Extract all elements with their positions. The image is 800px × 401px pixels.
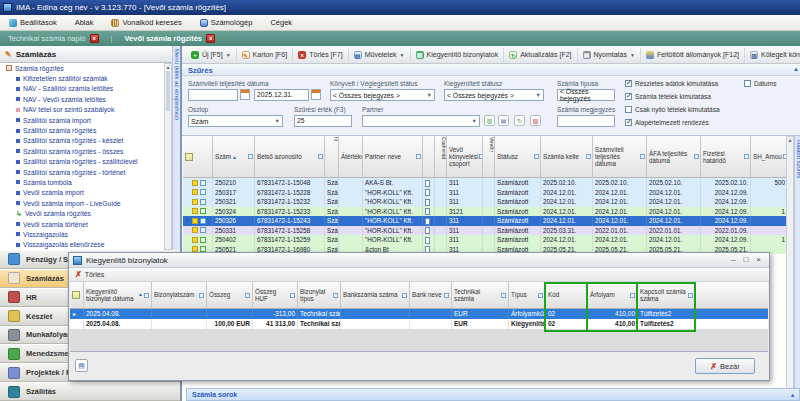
dialog-column-header-8[interactable]: Technikai számla xyxy=(452,282,509,309)
calendar-icon[interactable] xyxy=(240,89,250,100)
grid-column-header-11[interactable]: Számla kelte xyxy=(541,136,593,178)
grid-column-header-10[interactable]: Státusz xyxy=(495,136,541,178)
dialog-column-header-10[interactable]: Kód xyxy=(546,282,588,309)
tab-1[interactable]: Vevői számla rögzítésx xyxy=(117,31,224,46)
filter-checkbox-2[interactable]: Csak nyitó tételek kimutatása xyxy=(625,106,720,113)
tree-item-14[interactable]: Vevői számla történet xyxy=(0,219,164,229)
menu-item-2[interactable]: Vonalkód keresés xyxy=(102,15,190,30)
tab-0[interactable]: Technikai számla naplóx xyxy=(0,31,107,46)
menu-item-3[interactable]: Számológép xyxy=(191,15,262,30)
date-from-input[interactable] xyxy=(188,89,238,101)
dialog-column-header-9[interactable]: Típus xyxy=(509,282,546,309)
date-filter-checkbox[interactable]: Dátums xyxy=(744,80,776,87)
column-filter-icon[interactable] xyxy=(245,293,250,298)
menu-item-4[interactable]: Cégek xyxy=(261,15,301,30)
column-filter-icon[interactable] xyxy=(640,154,645,159)
dialog-title-bar[interactable]: Kiegyenlítő bizonylatok – □ × xyxy=(69,253,769,268)
column-filter-icon[interactable] xyxy=(290,293,295,298)
column-filter-icon[interactable] xyxy=(144,293,149,298)
minimize-button[interactable]: – xyxy=(731,254,735,266)
tree-item-2[interactable]: NAV - Vevői számla letöltés xyxy=(0,94,164,104)
tree-item-12[interactable]: Vevői számla import - LiveGuide xyxy=(0,198,164,208)
toolbar-button-0[interactable]: +Új [F5]▼ xyxy=(186,48,237,62)
grid-column-header-13[interactable]: ÁFA teljesítés dátuma xyxy=(647,136,701,178)
dialog-column-header-5[interactable]: Bizonylat típus xyxy=(298,282,341,309)
tree-item-8[interactable]: Szállítói számla rögzítés - szállítólevé… xyxy=(0,157,164,167)
tree-item-1[interactable]: NAV - Szállítói számla letöltés xyxy=(0,84,164,94)
column-filter-icon[interactable] xyxy=(534,154,539,159)
grid-row-5[interactable]: 25033167831472-1-15258Szá"HOR-KOLL" Kft.… xyxy=(183,226,786,236)
partner-clear-button[interactable]: ▧ xyxy=(530,115,541,126)
filter-checkbox-1[interactable]: Számla tételek kimutatása xyxy=(625,93,711,100)
partner-refresh-button[interactable]: ↻ xyxy=(514,115,525,126)
toolbar-button-2[interactable]: xTörlés [F7] xyxy=(293,48,348,62)
column-select[interactable]: Szám▼ xyxy=(188,115,283,127)
column-filter-icon[interactable] xyxy=(416,154,421,159)
grid-column-header-2[interactable]: Belső azonosító xyxy=(255,136,325,178)
toolbar-button-5[interactable]: ↻Aktualizálás [F2] xyxy=(504,48,577,62)
filter-checkbox-0[interactable]: Részletes adatok kimutatása xyxy=(625,80,718,87)
grid-scrollbar[interactable]: ▲ xyxy=(786,136,794,401)
advanced-filter-strip[interactable]: Haladó szűrés xyxy=(794,136,800,401)
booked-status-select[interactable]: < Összes bejegyzés >▼ xyxy=(330,89,435,101)
grid-column-header-1[interactable]: Szám▲ xyxy=(213,136,255,178)
toolbar-button-7[interactable]: Feltöltött állományok [F12] xyxy=(641,48,745,62)
filter-checkbox-3[interactable]: Alapértelmezett rendezés xyxy=(625,119,709,126)
filter-value-input[interactable]: 25 xyxy=(294,115,352,127)
tree-item-13[interactable]: ↳Vevői számla rögzítés xyxy=(0,208,164,218)
grid-row-2[interactable]: 25032167831472-1-15232Szá"HOR-KOLL" Kft.… xyxy=(183,197,786,207)
dialog-export-button[interactable]: ▤ xyxy=(75,359,88,372)
dialog-close-button[interactable]: ✗ Bezár xyxy=(695,358,755,374)
dialog-column-header-6[interactable]: Bankszámla száma xyxy=(341,282,410,309)
tree-item-15[interactable]: Visszaigazolás xyxy=(0,229,164,239)
dialog-delete-button[interactable]: Törlés xyxy=(85,271,104,278)
tab-close-icon[interactable]: x xyxy=(90,34,99,43)
dropdown-caret-icon[interactable]: ▼ xyxy=(630,52,635,58)
nav-panel-7[interactable]: Szállítás xyxy=(0,382,180,401)
dialog-grid-row-1[interactable]: 2025.04.08.100,00 EUR41 313,00Technikai … xyxy=(70,319,768,329)
invoice-lines-panel[interactable]: Számla sorok ▴ xyxy=(186,388,800,401)
menu-item-1[interactable]: Ablak xyxy=(66,15,103,30)
grid-column-header-9[interactable]: Vevőir xyxy=(483,136,495,178)
partner-card-button[interactable]: ▤ xyxy=(498,115,509,126)
grid-row-1[interactable]: 25031767831472-1-15228Szá"HOR-KOLL" Kft.… xyxy=(183,188,786,198)
dialog-column-header-4[interactable]: Összeg HUF xyxy=(253,282,298,309)
grid-column-header-6[interactable] xyxy=(423,136,435,178)
tree-item-11[interactable]: Vevői számla import xyxy=(0,188,164,198)
grid-row-4[interactable]: ►25032667831472-1-15243Szá"HOR-KOLL" Kft… xyxy=(183,216,786,226)
grid-menu-icon[interactable] xyxy=(72,291,80,299)
toolbar-button-8[interactable]: ▥Kötegelt könyvelés xyxy=(745,48,800,62)
dialog-column-header-7[interactable]: Bank neve xyxy=(410,282,452,309)
column-filter-icon[interactable] xyxy=(694,154,699,159)
settled-status-select[interactable]: < Összes bejegyzés >▼ xyxy=(444,89,544,101)
partner-select[interactable]: ▼ xyxy=(362,115,480,127)
grid-column-header-3[interactable]: til xyxy=(325,136,339,178)
grid-column-header-8[interactable]: Vevő könyvelési csoport xyxy=(447,136,483,178)
dialog-column-header-11[interactable]: Árfolyam xyxy=(588,282,638,309)
dropdown-caret-icon[interactable]: ▼ xyxy=(226,52,231,58)
grid-column-header-7[interactable]: Cadrenld xyxy=(435,136,447,178)
tree-item-10[interactable]: Számla tombola xyxy=(0,177,164,187)
tree-item-6[interactable]: Szállítói számla rögzítés - készlet xyxy=(0,136,164,146)
partner-add-button[interactable]: ▥ xyxy=(484,115,495,126)
tree-item-0[interactable]: Kifizetetlen szállítói számlák xyxy=(0,73,164,83)
filter-collapse-icon[interactable]: ▲ xyxy=(793,66,799,72)
grid-menu-icon[interactable] xyxy=(185,153,193,161)
dialog-column-header-13[interactable] xyxy=(696,282,768,309)
toolbar-button-4[interactable]: ▥Kiegyenlítő bizonylatok xyxy=(411,48,505,62)
column-filter-icon[interactable] xyxy=(688,293,693,298)
menu-item-0[interactable]: Beállítások xyxy=(0,15,66,30)
tree-item-4[interactable]: Szállítói számla import xyxy=(0,115,164,125)
tab-close-icon[interactable]: x xyxy=(206,34,215,43)
column-filter-icon[interactable] xyxy=(248,154,253,159)
grid-column-header-5[interactable]: Partner neve xyxy=(363,136,423,178)
expand-icon[interactable]: - xyxy=(6,65,12,71)
grid-column-header-0[interactable] xyxy=(183,136,213,178)
column-filter-icon[interactable] xyxy=(333,293,338,298)
dialog-column-header-0[interactable] xyxy=(70,282,84,309)
invoice-note-input[interactable] xyxy=(557,115,615,127)
grid-row-3[interactable]: 25032467831472-1-15233Szá"HOR-KOLL" Kft.… xyxy=(183,207,786,217)
toolbar-button-1[interactable]: ✎Karton [F6] xyxy=(237,48,294,62)
grid-row-6[interactable]: 25040267831472-1-15259Szá"HOR-KOLL" Kft.… xyxy=(183,235,786,245)
column-filter-icon[interactable] xyxy=(501,293,506,298)
